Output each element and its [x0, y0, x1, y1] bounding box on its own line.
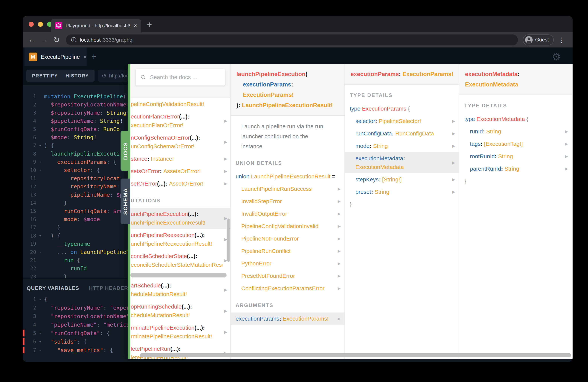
docs-row[interactable]: runId: String▶: [459, 125, 572, 138]
history-button[interactable]: HISTORY: [60, 70, 95, 82]
vertical-scrollbar[interactable]: [227, 218, 230, 262]
prettify-button[interactable]: PRETTIFY: [26, 70, 63, 82]
chevron-right-icon[interactable]: ▶: [222, 288, 227, 292]
session-tab[interactable]: M ExecutePipeline ×: [24, 47, 87, 66]
docs-row[interactable]: tags: [ExecutionTag!]▶: [459, 138, 572, 150]
new-session-tab-button[interactable]: +: [91, 52, 96, 61]
docs-row[interactable]: PresetNotFoundError▶: [231, 270, 344, 282]
back-icon[interactable]: ←: [28, 36, 35, 44]
chevron-right-icon[interactable]: ▶: [450, 131, 455, 136]
docs-row[interactable]: PipelineConfigValidationInvalid▶: [231, 220, 344, 233]
chevron-right-icon[interactable]: ▶: [336, 261, 341, 266]
docs-row[interactable]: parentRunId: String▶: [459, 163, 572, 175]
docs-row[interactable]: PipelineRunConflict▶: [231, 245, 344, 257]
docs-row[interactable]: union LaunchPipelineExecutionResult =: [231, 170, 344, 183]
profile-button[interactable]: Guest: [523, 35, 554, 45]
docs-row[interactable]: opRunningSchedule(...):cheduleMutationRe…: [130, 300, 230, 321]
docs-row[interactable]: pelineConfigValidationResult!: [130, 98, 230, 110]
docs-row[interactable]: executionParams: ExecutionParams!▶: [231, 313, 344, 325]
docs-row[interactable]: mode: String▶: [345, 140, 459, 152]
chevron-right-icon[interactable]: ▶: [563, 129, 568, 134]
docs-item-header: executionParams: ExecutionParams!: [345, 64, 459, 85]
docs-row[interactable]: type ExecutionMetadata {: [459, 113, 572, 125]
browser-tab[interactable]: Playground - http://localhost:3 ×: [51, 19, 141, 32]
docs-header-line: ExecutionMetadata: [465, 79, 566, 90]
docs-row[interactable]: stance: Instance!▶: [130, 152, 230, 165]
chevron-right-icon[interactable]: ▶: [222, 119, 227, 123]
chevron-right-icon[interactable]: ▶: [222, 156, 227, 161]
chevron-right-icon[interactable]: ▶: [336, 187, 341, 191]
docs-row[interactable]: unchPipelineExecution(...):unchPipelineE…: [130, 208, 230, 229]
docs-row[interactable]: PythonError▶: [231, 257, 344, 270]
docs-row[interactable]: artSchedule(...):heduleMutationResult!▶: [130, 279, 230, 300]
chevron-right-icon[interactable]: ▶: [222, 216, 227, 221]
tab-http-headers[interactable]: HTTP HEADERS: [89, 285, 132, 291]
chevron-right-icon[interactable]: ▶: [222, 140, 227, 144]
docs-row[interactable]: }: [459, 175, 572, 188]
chevron-right-icon[interactable]: ▶: [450, 177, 455, 182]
docs-row[interactable]: runConfigData: RunConfigData▶: [345, 127, 459, 140]
docs-row[interactable]: stepKeys: [String!]▶: [345, 173, 459, 186]
chevron-right-icon[interactable]: ▶: [222, 330, 227, 334]
chevron-right-icon[interactable]: ▶: [563, 154, 568, 159]
line-number: 4: [22, 322, 36, 328]
docs-row[interactable]: ConflictingExecutionParamsError▶: [231, 282, 344, 295]
chevron-right-icon[interactable]: ▶: [450, 161, 455, 165]
tab-close-icon[interactable]: ×: [133, 22, 137, 29]
chevron-right-icon[interactable]: ▶: [336, 236, 341, 241]
session-tab-close-icon[interactable]: ×: [83, 54, 87, 61]
docs-row[interactable]: }: [345, 198, 459, 211]
chevron-right-icon[interactable]: ▶: [222, 309, 227, 313]
docs-row[interactable]: preset: String▶: [345, 186, 459, 198]
chevron-right-icon[interactable]: ▶: [336, 274, 341, 278]
site-info-icon[interactable]: ⓘ: [71, 36, 77, 43]
docs-row[interactable]: nConfigSchemaOrError(...):unConfigSchema…: [130, 131, 230, 152]
chevron-right-icon[interactable]: ▶: [450, 119, 455, 123]
chevron-right-icon[interactable]: ▶: [336, 199, 341, 204]
chevron-right-icon[interactable]: ▶: [222, 237, 227, 242]
docs-row[interactable]: ecutionPlanOrError(...):xecutionPlanOrEr…: [130, 110, 230, 131]
docs-search-box[interactable]: [136, 69, 225, 85]
docs-row-text: InvalidOutputError: [241, 210, 336, 218]
browser-menu-icon[interactable]: ⋮: [558, 36, 565, 44]
docs-row[interactable]: selector: PipelineSelector!▶: [345, 115, 459, 127]
chevron-right-icon[interactable]: ▶: [336, 224, 341, 229]
chevron-right-icon[interactable]: ▶: [336, 212, 341, 216]
schema-side-tab[interactable]: SCHEMA: [121, 179, 130, 224]
new-tab-button[interactable]: +: [147, 20, 152, 29]
chevron-right-icon[interactable]: ▶: [563, 142, 568, 146]
docs-row[interactable]: rootRunId: String▶: [459, 150, 572, 163]
refresh-endpoint-icon[interactable]: ↺: [102, 72, 106, 79]
docs-row[interactable]: PipelineNotFoundError▶: [231, 233, 344, 245]
chevron-right-icon[interactable]: ▶: [222, 258, 227, 263]
docs-side-tab[interactable]: DOCS: [121, 131, 130, 171]
tab-query-variables[interactable]: QUERY VARIABLES: [27, 285, 79, 291]
line-number: 10: [22, 167, 36, 173]
address-bar[interactable]: ⓘ localhost :3333/graphql: [66, 35, 518, 45]
minimize-window-button[interactable]: [38, 22, 43, 27]
reload-icon[interactable]: ↻: [54, 36, 60, 44]
docs-row[interactable]: InvalidStepError▶: [231, 195, 344, 208]
docs-row[interactable]: setOrError(...): AssetOrError!▶: [130, 177, 230, 190]
docs-horizontal-scrollbar[interactable]: [140, 353, 571, 357]
docs-row[interactable]: executionMetadata:ExecutionMetadata▶: [345, 152, 459, 173]
chevron-right-icon[interactable]: ▶: [563, 167, 568, 171]
docs-row[interactable]: setsOrError: AssetsOrError!▶: [130, 165, 230, 177]
docs-row[interactable]: concileSchedulerState(...):econcileSched…: [130, 250, 230, 271]
docs-row[interactable]: type ExecutionParams {: [345, 103, 459, 115]
docs-row[interactable]: unchPipelineReexecution(...):unchPipelin…: [130, 229, 230, 250]
docs-row[interactable]: rminatePipelineExecution(...):rminatePip…: [130, 321, 230, 343]
chevron-right-icon[interactable]: ▶: [450, 144, 455, 148]
horizontal-scrollbar[interactable]: [130, 273, 227, 277]
chevron-right-icon[interactable]: ▶: [222, 169, 227, 173]
chevron-right-icon[interactable]: ▶: [336, 317, 341, 321]
docs-search-input[interactable]: [149, 74, 220, 81]
docs-row[interactable]: LaunchPipelineRunSuccess▶: [231, 183, 344, 195]
chevron-right-icon[interactable]: ▶: [336, 249, 341, 253]
close-window-button[interactable]: [29, 22, 34, 27]
chevron-right-icon[interactable]: ▶: [450, 190, 455, 194]
chevron-right-icon[interactable]: ▶: [222, 181, 227, 186]
settings-gear-icon[interactable]: ⚙: [552, 51, 561, 63]
docs-row[interactable]: InvalidOutputError▶: [231, 208, 344, 220]
chevron-right-icon[interactable]: ▶: [336, 286, 341, 291]
